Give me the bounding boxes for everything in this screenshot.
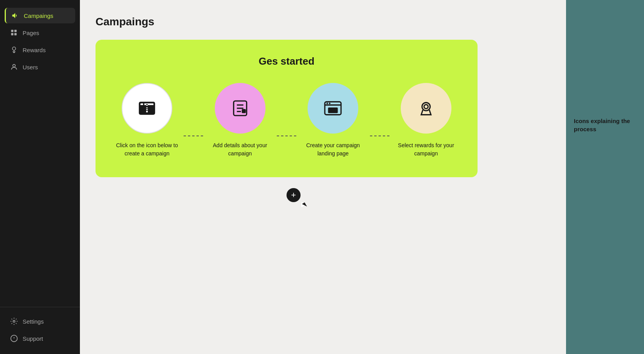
right-panel-text: Icons explaining the process xyxy=(574,117,636,133)
step-add-details: Add details about your campaign xyxy=(205,83,275,158)
get-started-card: Ges started Click on the icon below to c… xyxy=(96,40,478,177)
connector-line xyxy=(184,136,203,136)
sidebar-item-campaigns[interactable]: Campaings xyxy=(5,8,75,23)
right-panel: Icons explaining the process xyxy=(566,0,644,354)
svg-rect-1 xyxy=(11,33,14,35)
svg-point-17 xyxy=(329,102,331,104)
steps-container: Click on the icon below to create a camp… xyxy=(111,83,462,158)
svg-point-19 xyxy=(422,102,430,111)
sidebar-nav: Campaings Pages Rewards xyxy=(0,8,80,301)
sidebar-item-rewards[interactable]: Rewards xyxy=(5,42,75,58)
svg-rect-2 xyxy=(14,30,17,32)
step-circle-2 xyxy=(215,83,265,134)
sidebar-item-label: Support xyxy=(23,335,43,342)
rewards-icon xyxy=(10,46,18,54)
step-label-2: Add details about your campaign xyxy=(205,141,275,158)
step-label-4: Select rewards for your campaign xyxy=(391,141,461,158)
step-circle-3 xyxy=(308,83,358,134)
svg-point-6 xyxy=(13,321,15,322)
step-label-3: Create your campaign landing page xyxy=(298,141,368,158)
connector-2 xyxy=(277,136,296,136)
sidebar-item-users[interactable]: Users xyxy=(5,59,75,75)
step-label-1: Click on the icon below to create a camp… xyxy=(112,141,182,158)
step-circle-4 xyxy=(401,83,451,134)
svg-point-5 xyxy=(13,64,16,67)
cursor-icon: ▶ xyxy=(301,200,307,208)
step-create-campaign: Click on the icon below to create a camp… xyxy=(112,83,182,158)
step-landing-page: Create your campaign landing page xyxy=(298,83,368,158)
sidebar-item-label: Campaings xyxy=(24,12,53,19)
svg-point-4 xyxy=(12,47,16,50)
sidebar-item-label: Rewards xyxy=(23,47,46,53)
connector-3 xyxy=(370,136,389,136)
users-icon xyxy=(10,63,18,71)
sidebar-item-support[interactable]: Support xyxy=(5,331,75,346)
svg-rect-3 xyxy=(14,33,17,35)
page-title: Campaings xyxy=(96,16,550,28)
sidebar: Campaings Pages Rewards xyxy=(0,0,80,354)
svg-rect-0 xyxy=(11,30,14,32)
connector-line xyxy=(277,136,296,136)
settings-icon xyxy=(10,317,18,325)
pages-icon xyxy=(10,29,18,37)
sidebar-item-label: Settings xyxy=(23,318,44,325)
sidebar-bottom: Settings Support xyxy=(0,307,80,346)
sidebar-item-label: Pages xyxy=(23,30,39,36)
support-icon xyxy=(10,335,18,342)
megaphone-icon xyxy=(11,12,19,19)
step-select-rewards: Select rewards for your campaign xyxy=(391,83,461,158)
sidebar-item-label: Users xyxy=(23,64,38,70)
connector-1 xyxy=(184,136,203,136)
add-icon: + xyxy=(291,191,296,199)
get-started-title: Ges started xyxy=(111,55,462,67)
connector-line xyxy=(370,136,389,136)
sidebar-item-settings[interactable]: Settings xyxy=(5,313,75,329)
step-circle-1 xyxy=(122,83,172,134)
svg-rect-18 xyxy=(328,107,338,113)
svg-rect-13 xyxy=(242,109,246,113)
svg-point-20 xyxy=(424,105,428,109)
main-content: Campaings Ges started Click on the icon … xyxy=(80,0,566,354)
svg-point-16 xyxy=(327,102,328,104)
sidebar-item-pages[interactable]: Pages xyxy=(5,25,75,41)
add-campaign-button[interactable]: + ▶ xyxy=(287,188,301,202)
